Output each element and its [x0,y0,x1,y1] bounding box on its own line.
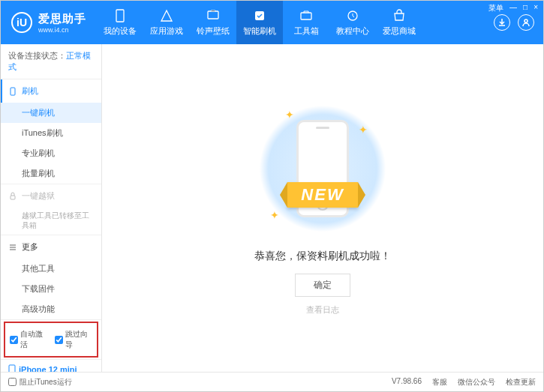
sidebar-item-more-2[interactable]: 高级功能 [1,299,101,319]
jailbreak-note: 越狱工具已转移至工具箱 [1,208,101,235]
version-label: V7.98.66 [392,377,422,388]
wechat-link[interactable]: 微信公众号 [458,377,495,388]
ringtones-icon [206,9,221,22]
auto-activate-checkbox[interactable]: 自动激活 [10,329,47,350]
logo-area: iU 爱思助手 www.i4.cn [1,12,97,34]
checkbox-row: 自动激活 跳过向导 [4,322,98,358]
app-url: www.i4.cn [38,26,86,34]
sidebar-item-flash-3[interactable]: 批量刷机 [1,163,101,184]
store-icon [392,9,407,22]
sidebar: 设备连接状态：正常模式 刷机 一键刷机iTunes刷机专业刷机批量刷机 一键越狱… [1,44,102,372]
list-icon [8,243,17,252]
download-button[interactable] [494,14,510,31]
svg-rect-3 [301,13,311,19]
sidebar-section-flash[interactable]: 刷机 [1,79,101,103]
device-block[interactable]: iPhone 12 mini 64GB Down-12mini-13,1 [1,359,101,372]
svg-rect-7 [11,196,15,199]
nav-tabs: 我的设备应用游戏铃声壁纸智能刷机工具箱教程中心爱思商城 [97,1,422,44]
sidebar-section-more[interactable]: 更多 [1,235,101,259]
app-header: iU 爱思助手 www.i4.cn 我的设备应用游戏铃声壁纸智能刷机工具箱教程中… [1,1,543,44]
svg-rect-6 [11,88,15,95]
sidebar-item-flash-0[interactable]: 一键刷机 [1,103,101,123]
toolbox-icon [299,9,314,22]
sidebar-section-jailbreak: 一键越狱 [1,184,101,208]
nav-tab-my-device[interactable]: 我的设备 [97,1,143,44]
svg-rect-1 [208,11,218,19]
connection-status: 设备连接状态：正常模式 [1,44,101,79]
user-button[interactable] [518,14,534,31]
block-itunes-checkbox[interactable]: 阻止iTunes运行 [8,377,72,388]
smart-flash-icon [252,9,267,22]
success-message: 恭喜您，保资料刷机成功啦！ [254,250,391,263]
new-banner: NEW [287,182,357,208]
nav-tab-apps-games[interactable]: 应用游戏 [143,1,190,44]
svg-rect-8 [9,365,15,372]
tutorials-icon [345,9,360,22]
header-right [494,14,543,31]
close-button[interactable]: × [533,3,538,13]
confirm-button[interactable]: 确定 [295,274,350,297]
svg-rect-0 [116,10,124,22]
sidebar-item-more-0[interactable]: 其他工具 [1,259,101,279]
nav-tab-ringtones[interactable]: 铃声壁纸 [190,1,236,44]
view-log-link[interactable]: 查看日志 [306,304,339,316]
app-name: 爱思助手 [38,12,86,26]
lock-icon [8,192,17,201]
minimize-button[interactable]: — [509,3,517,13]
apps-games-icon [159,9,174,22]
nav-tab-toolbox[interactable]: 工具箱 [283,1,329,44]
sidebar-item-more-1[interactable]: 下载固件 [1,279,101,299]
sidebar-item-flash-1[interactable]: iTunes刷机 [1,123,101,143]
window-controls: 菜单 — □ × [488,3,538,13]
footer: 阻止iTunes运行 V7.98.66 客服 微信公众号 检查更新 [1,372,543,391]
main-content: ✦ ✦ ✦ NEW 恭喜您，保资料刷机成功啦！ 确定 查看日志 [102,44,543,372]
support-link[interactable]: 客服 [432,377,447,388]
nav-tab-tutorials[interactable]: 教程中心 [329,1,376,44]
nav-tab-smart-flash[interactable]: 智能刷机 [236,1,283,44]
nav-tab-store[interactable]: 爱思商城 [376,1,422,44]
device-icon [8,364,16,372]
check-update-link[interactable]: 检查更新 [506,377,536,388]
skip-guide-checkbox[interactable]: 跳过向导 [55,329,92,350]
menu-button[interactable]: 菜单 [488,3,503,13]
my-device-icon [113,9,128,22]
logo-icon: iU [11,12,32,33]
maximize-button[interactable]: □ [523,3,527,13]
success-illustration: ✦ ✦ ✦ NEW [255,101,390,236]
svg-point-5 [524,19,527,22]
sidebar-item-flash-2[interactable]: 专业刷机 [1,143,101,163]
phone-icon [8,87,17,96]
